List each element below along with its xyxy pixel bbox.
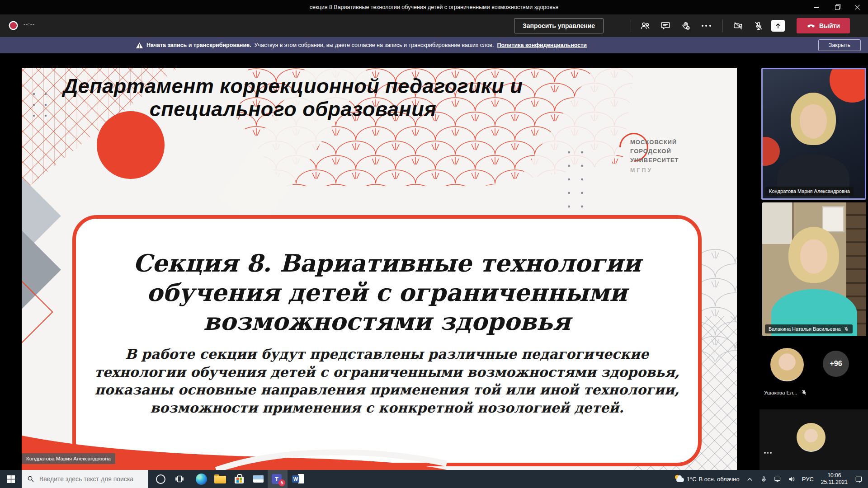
chat-button[interactable] bbox=[656, 16, 675, 35]
restore-button[interactable] bbox=[826, 0, 847, 14]
sidebar-bottom-panel bbox=[760, 409, 868, 470]
tray-date: 25.11.2021 bbox=[821, 479, 848, 486]
recording-banner: Начата запись и транскрибирование. Участ… bbox=[0, 37, 868, 53]
slide-section-title: Секция 8. Вариативные технологии обучени… bbox=[76, 249, 698, 336]
close-icon bbox=[855, 5, 860, 10]
share-up-arrow-icon bbox=[774, 22, 782, 29]
avatar-ushakova[interactable] bbox=[770, 348, 804, 381]
tray-volume-button[interactable] bbox=[785, 470, 799, 488]
leave-meeting-button[interactable]: Выйти bbox=[797, 18, 850, 33]
leave-button-label: Выйти bbox=[819, 22, 840, 29]
minimize-button[interactable] bbox=[806, 0, 826, 14]
video-tile-balakina[interactable]: Балакина Наталья Васильевна bbox=[762, 202, 866, 336]
restore-icon bbox=[835, 5, 839, 9]
participant-face bbox=[800, 239, 827, 274]
people-icon bbox=[640, 20, 651, 31]
notification-icon bbox=[855, 475, 863, 483]
tile-name-label: Балакина Наталья Васильевна bbox=[765, 324, 853, 333]
overflow-participants-count[interactable]: +96 bbox=[823, 351, 849, 377]
banner-body: Участвуя в этом собрании, вы даете согла… bbox=[255, 42, 494, 48]
mail-button[interactable] bbox=[249, 470, 268, 488]
slide-red-circle bbox=[97, 111, 165, 179]
weather-description: В осн. облачно bbox=[699, 476, 740, 483]
mail-icon bbox=[253, 475, 264, 483]
mgpu-logo-text: МОСКОВСКИЙ ГОРОДСКОЙ УНИВЕРСИТЕТ МГПУ bbox=[630, 138, 679, 175]
mic-off-icon bbox=[801, 389, 807, 395]
participants-sidebar: Кондратова Мария Александровна Балакина … bbox=[760, 53, 868, 470]
cortana-icon bbox=[156, 474, 165, 484]
warning-icon bbox=[136, 42, 143, 49]
start-button[interactable] bbox=[0, 470, 22, 488]
teams-app-button[interactable]: T 5 bbox=[268, 470, 288, 488]
camera-toggle-button[interactable] bbox=[729, 16, 748, 35]
tile-name-label: Кондратова Мария Александровна bbox=[765, 187, 854, 196]
weather-temperature: 1°C bbox=[687, 476, 697, 483]
microphone-icon bbox=[760, 475, 768, 483]
edge-button[interactable] bbox=[192, 470, 211, 488]
store-icon bbox=[235, 474, 244, 484]
video-tile-kondratova[interactable]: Кондратова Мария Александровна bbox=[761, 68, 866, 200]
tray-clock-button[interactable]: 10:06 25.11.2021 bbox=[817, 470, 852, 488]
more-options-icon[interactable] bbox=[764, 452, 772, 454]
tray-mic-button[interactable] bbox=[757, 470, 771, 488]
close-button[interactable] bbox=[847, 0, 868, 14]
tray-network-button[interactable] bbox=[771, 470, 785, 488]
share-screen-button[interactable] bbox=[771, 20, 785, 32]
presenter-name-tag: Кондратова Мария Александровна bbox=[22, 453, 115, 464]
windows-taskbar: T 5 W 1°C В осн. облачно bbox=[0, 470, 868, 488]
avatar-participant[interactable] bbox=[797, 423, 826, 452]
action-center-button[interactable] bbox=[852, 470, 868, 488]
tray-chevron-button[interactable] bbox=[743, 470, 757, 488]
more-icon bbox=[702, 25, 711, 27]
task-view-button[interactable] bbox=[170, 470, 189, 488]
minimize-icon bbox=[814, 7, 819, 8]
participants-button[interactable] bbox=[636, 16, 655, 35]
request-control-button[interactable]: Запросить управление bbox=[514, 18, 604, 33]
camera-off-icon bbox=[733, 20, 744, 31]
avatar-name-label: Ушакова Ел... bbox=[764, 389, 807, 395]
weather-icon bbox=[675, 475, 684, 483]
meeting-toolbar: --:-- Запросить управление bbox=[0, 14, 868, 37]
banner-close-button[interactable]: Закрыть bbox=[818, 39, 861, 51]
cortana-button[interactable] bbox=[151, 470, 170, 488]
windows-logo-icon bbox=[7, 475, 15, 483]
language-indicator: РУС bbox=[802, 476, 814, 483]
teams-icon: T 5 bbox=[272, 473, 283, 485]
tile-picture-frame bbox=[822, 206, 844, 232]
weather-widget[interactable]: 1°C В осн. облачно bbox=[671, 470, 743, 488]
slide-department-title: Департамент коррекционной педагогики и с… bbox=[33, 75, 553, 121]
banner-title: Начата запись и транскрибирование. bbox=[146, 42, 251, 48]
hang-up-icon bbox=[807, 21, 816, 30]
speaker-icon bbox=[788, 475, 796, 483]
recording-indicator-icon bbox=[10, 22, 17, 29]
toolbar-divider bbox=[631, 19, 631, 32]
more-actions-button[interactable] bbox=[697, 16, 716, 35]
file-explorer-button[interactable] bbox=[211, 470, 230, 488]
microsoft-store-button[interactable] bbox=[230, 470, 249, 488]
file-explorer-icon bbox=[214, 474, 226, 483]
task-view-icon bbox=[175, 474, 184, 483]
mic-toggle-button[interactable] bbox=[749, 16, 768, 35]
word-app-button[interactable]: W bbox=[288, 470, 307, 488]
tile-decor-circle bbox=[830, 68, 866, 103]
system-tray: 1°C В осн. облачно РУС bbox=[671, 470, 868, 488]
display-network-icon bbox=[774, 475, 782, 483]
tray-language-button[interactable]: РУС bbox=[799, 470, 817, 488]
mgpu-logo: МОСКОВСКИЙ ГОРОДСКОЙ УНИВЕРСИТЕТ МГПУ bbox=[619, 131, 714, 181]
word-icon: W bbox=[292, 474, 304, 484]
recording-banner-content: Начата запись и транскрибирование. Участ… bbox=[136, 37, 587, 53]
reactions-button[interactable] bbox=[676, 16, 695, 35]
taskbar-search[interactable] bbox=[22, 470, 148, 488]
tray-time: 10:06 bbox=[827, 472, 841, 479]
search-input[interactable] bbox=[38, 475, 140, 483]
privacy-policy-link[interactable]: Политика конфиденциальности bbox=[497, 42, 586, 48]
meeting-timer: --:-- bbox=[24, 21, 35, 28]
chat-icon bbox=[660, 20, 671, 31]
teams-notification-badge: 5 bbox=[278, 479, 285, 486]
mic-off-icon bbox=[844, 326, 849, 332]
participant-face bbox=[800, 104, 827, 139]
tile-window bbox=[762, 202, 794, 244]
slide-section-description: В работе секции будут представлены разли… bbox=[76, 345, 698, 417]
teams-meeting-window: секция 8 Вариативные технологии обучения… bbox=[0, 0, 868, 488]
mic-off-icon bbox=[753, 20, 764, 31]
